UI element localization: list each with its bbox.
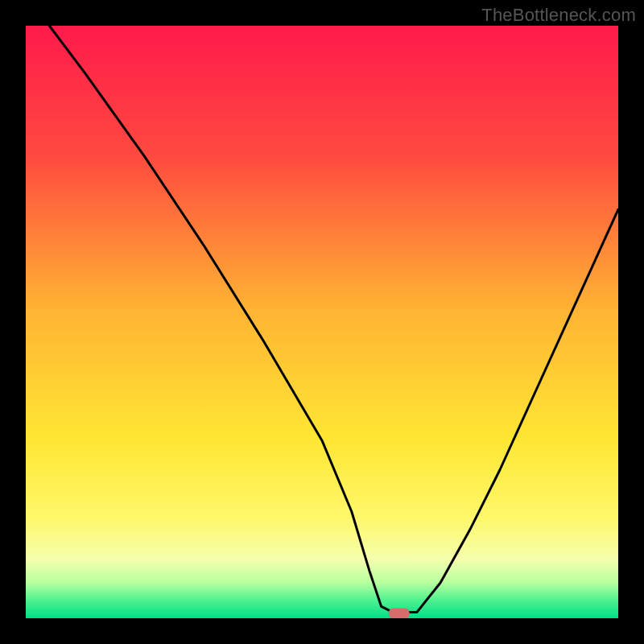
watermark-label: TheBottleneck.com: [481, 5, 636, 26]
chart-frame: TheBottleneck.com: [0, 0, 644, 644]
chart-svg: [26, 26, 618, 618]
plot-area: [26, 26, 618, 618]
minimum-marker: [389, 609, 410, 618]
